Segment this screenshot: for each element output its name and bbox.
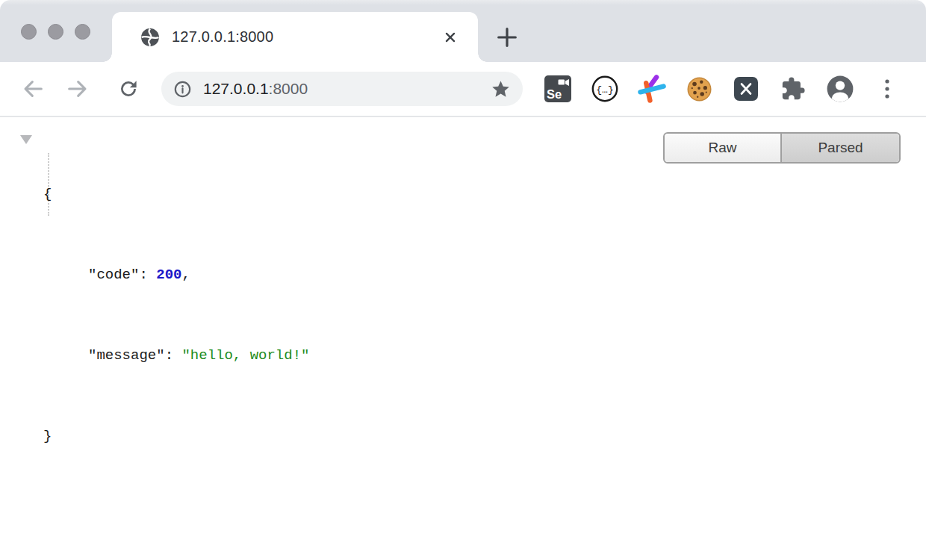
close-window-button[interactable] <box>21 24 37 40</box>
arrow-right-icon <box>66 77 90 101</box>
kebab-menu-icon <box>877 76 897 102</box>
address-bar[interactable]: 127.0.0.1:8000 <box>161 72 523 106</box>
raw-button[interactable]: Raw <box>665 134 782 162</box>
info-icon <box>173 80 192 99</box>
json-viewer: { "code": 200, "message": "hello, world!… <box>43 127 309 503</box>
tab-strip: 127.0.0.1:8000 <box>0 0 926 62</box>
svg-text:{…}: {…} <box>596 84 613 96</box>
tab-title: 127.0.0.1:8000 <box>172 28 442 46</box>
json-viewer-extension-button[interactable]: {…} <box>590 74 620 104</box>
collapse-toggle-triangle-down-icon[interactable] <box>20 135 32 144</box>
json-number-value: 200 <box>156 267 181 283</box>
star-icon <box>491 79 511 99</box>
page-content: { "code": 200, "message": "hello, world!… <box>0 117 926 560</box>
url-host: 127.0.0.1 <box>203 80 269 97</box>
globe-icon <box>140 28 160 47</box>
plus-icon <box>495 25 519 49</box>
tab-close-button[interactable] <box>442 29 459 46</box>
json-line-open: { <box>43 181 309 208</box>
site-info-button[interactable] <box>173 80 192 99</box>
reload-button[interactable] <box>116 77 140 101</box>
json-line-code: "code": 200, <box>43 261 309 288</box>
cookie-extension-button[interactable] <box>684 74 714 104</box>
cookie-icon <box>686 75 713 103</box>
raw-parsed-toggle: Raw Parsed <box>663 132 901 164</box>
json-key: "message" <box>88 347 165 364</box>
arrow-left-icon <box>21 77 45 101</box>
avatar-icon <box>826 75 854 103</box>
browser-window: 127.0.0.1:8000 <box>0 0 926 560</box>
maximize-window-button[interactable] <box>75 24 90 40</box>
extensions-menu-button[interactable] <box>778 74 808 104</box>
svg-text:Se: Se <box>547 87 562 101</box>
url-port: :8000 <box>269 80 308 97</box>
json-line-close: } <box>43 423 309 449</box>
active-tab[interactable]: 127.0.0.1:8000 <box>112 12 478 62</box>
back-button[interactable] <box>21 77 45 101</box>
x-extension-button[interactable] <box>731 74 761 104</box>
json-key: "code" <box>88 267 139 283</box>
parsed-button[interactable]: Parsed <box>782 134 899 162</box>
profile-button[interactable] <box>825 74 855 104</box>
selenium-extension-button[interactable]: Se <box>543 74 573 104</box>
new-tab-button[interactable] <box>494 24 521 51</box>
reload-icon <box>117 78 140 100</box>
browser-toolbar: 127.0.0.1:8000 Se {…} <box>0 62 926 116</box>
json-line-message: "message": "hello, world!" <box>43 342 309 369</box>
browser-menu-button[interactable] <box>872 74 902 104</box>
forward-button[interactable] <box>66 77 90 101</box>
x-square-icon <box>733 76 759 102</box>
bookmark-star-button[interactable] <box>491 79 511 99</box>
asterisk-extension-button[interactable] <box>637 74 667 104</box>
minimize-window-button[interactable] <box>48 24 63 40</box>
url-text[interactable]: 127.0.0.1:8000 <box>203 80 308 98</box>
window-controls <box>21 24 90 40</box>
extension-icons: Se {…} <box>543 74 902 104</box>
puzzle-icon <box>780 76 806 102</box>
json-string-value: "hello, world!" <box>181 347 309 364</box>
color-asterisk-icon <box>638 75 666 103</box>
braces-icon: {…} <box>591 75 619 103</box>
selenium-icon: Se <box>544 75 571 102</box>
